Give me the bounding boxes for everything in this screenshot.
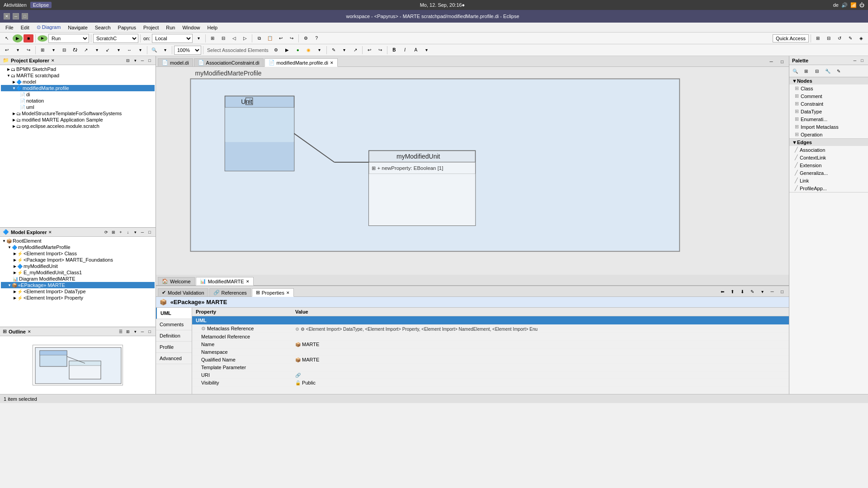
- palette-class[interactable]: ⊞ Class: [789, 84, 868, 92]
- palette-tb-btn2[interactable]: ⊞: [801, 66, 811, 76]
- nav-btn1[interactable]: ✎: [329, 45, 339, 55]
- menu-navigate[interactable]: Navigate: [64, 24, 91, 31]
- me-element-class[interactable]: ▶ ⚡ <Element Import> Class: [1, 250, 155, 257]
- outline-close-icon[interactable]: ✕: [28, 329, 31, 334]
- prev-btn[interactable]: ◁: [229, 33, 239, 43]
- me-import-btn[interactable]: ↓: [125, 229, 131, 235]
- title-bar-controls[interactable]: ✕ ─ □: [4, 13, 28, 19]
- fmt-font[interactable]: A: [411, 45, 421, 55]
- toggle-modelstruct[interactable]: ▶: [12, 112, 16, 116]
- persp2-btn[interactable]: ⊟: [824, 33, 834, 43]
- next-btn[interactable]: ▷: [240, 33, 250, 43]
- palette-generalization[interactable]: ╱ Generaliza...: [789, 169, 868, 177]
- hist-btn1[interactable]: ↩: [364, 45, 374, 55]
- sub-tab-properties[interactable]: ⊞ Properties ✕: [252, 288, 294, 297]
- me-sync-btn[interactable]: ⟳: [103, 229, 109, 235]
- me-diagram[interactable]: 📊 Diagram ModifiedMARTE: [1, 276, 155, 282]
- prop-tab-definition[interactable]: Definition: [156, 330, 192, 342]
- pe-max-btn[interactable]: □: [146, 57, 153, 64]
- ol-min-btn[interactable]: ─: [139, 328, 146, 335]
- close-button[interactable]: ✕: [4, 13, 10, 19]
- assoc-btn2[interactable]: ▶: [282, 45, 292, 55]
- fmt-color1[interactable]: ▾: [422, 45, 432, 55]
- toggle-eclass1[interactable]: ▶: [13, 271, 17, 275]
- me-max-btn[interactable]: □: [146, 229, 153, 235]
- settings-btn[interactable]: ⚙: [301, 33, 311, 43]
- tree-notation[interactable]: 📄 notation: [1, 98, 155, 104]
- toggle-modified-app[interactable]: ▶: [12, 118, 16, 122]
- ol-menu-btn[interactable]: ▾: [132, 328, 138, 335]
- prop-min-btn[interactable]: ─: [767, 286, 777, 296]
- editor-min-btn[interactable]: ─: [766, 56, 776, 66]
- undo-btn[interactable]: ↩: [276, 33, 286, 43]
- pe-collapse-btn[interactable]: ⊟: [125, 57, 131, 64]
- tree-modelstruct[interactable]: ▶ 🗂 ModelStructureTemplateForSoftwareSys…: [1, 110, 155, 117]
- project-explorer-tree[interactable]: ▶ 🗂 BPMN SketchPad ▼ 🗂 MARTE scratchpad …: [0, 65, 156, 227]
- ol-thumb-btn[interactable]: ⊞: [125, 328, 131, 335]
- menu-help[interactable]: Help: [204, 24, 222, 31]
- lang-selector[interactable]: de: [833, 2, 839, 8]
- tab-model-di[interactable]: 📄 model.di: [158, 58, 193, 66]
- palette-tb-btn1[interactable]: 🔍: [790, 66, 800, 76]
- palette-tb-btn3[interactable]: ⊟: [812, 66, 822, 76]
- tb2-btn4[interactable]: ⊞: [38, 45, 47, 55]
- palette-datatype[interactable]: ⊞ DataType: [789, 108, 868, 115]
- assoc-btn1[interactable]: ⚙: [271, 45, 281, 55]
- toggle-elem-datatype[interactable]: ▶: [13, 290, 17, 294]
- menu-window[interactable]: Window: [179, 24, 203, 31]
- model-explorer-tree[interactable]: ▼ 📦 RootElement ▼ 🔷 myModifiedMarteProfi…: [0, 237, 156, 327]
- prop-tab-comments[interactable]: Comments: [156, 319, 192, 330]
- assoc-btn4[interactable]: ◉: [304, 45, 314, 55]
- tb2-zoom1[interactable]: 🔍: [149, 45, 159, 55]
- tb2-btn10[interactable]: ↙: [103, 45, 113, 55]
- tree-marte[interactable]: ▼ 🗂 MARTE scratchpad: [1, 72, 155, 79]
- nav-btn2[interactable]: ▾: [340, 45, 349, 55]
- tab-modifiedmarte[interactable]: 📄 modifiedMarte.profile.di ✕: [264, 58, 338, 67]
- tb2-btn7[interactable]: 🗘: [70, 45, 80, 55]
- hist-btn2[interactable]: ↪: [375, 45, 385, 55]
- palette-constraint[interactable]: ⊞ Constraint: [789, 100, 868, 108]
- tb2-zoom2[interactable]: ▾: [160, 45, 170, 55]
- me-myprofile[interactable]: ▼ 🔷 myModifiedMarteProfile: [1, 244, 155, 250]
- me-min-btn[interactable]: ─: [139, 229, 146, 235]
- me-rootelement[interactable]: ▼ 📦 RootElement: [1, 238, 155, 244]
- maximize-button[interactable]: □: [22, 13, 28, 19]
- persp3-btn[interactable]: ↺: [835, 33, 844, 43]
- toggle-pkg-marte[interactable]: ▶: [13, 258, 17, 262]
- palette-min-btn[interactable]: ─: [852, 57, 858, 64]
- minimize-button[interactable]: ─: [13, 13, 19, 19]
- run-start-btn[interactable]: ▶: [13, 34, 23, 42]
- toggle-model[interactable]: ▶: [12, 80, 16, 84]
- palette-link[interactable]: ╱ Link: [789, 177, 868, 184]
- prop-nav-btn2[interactable]: ⬆: [727, 286, 737, 296]
- prop-nav-btn1[interactable]: ⬅: [717, 286, 727, 296]
- fmt-bold[interactable]: B: [389, 45, 399, 55]
- editor-max-btn[interactable]: □: [777, 56, 787, 66]
- nav-btn3[interactable]: ↗: [350, 45, 360, 55]
- menu-papyrus[interactable]: Papyrus: [114, 24, 140, 31]
- redo-btn[interactable]: ↪: [287, 33, 297, 43]
- palette-extension[interactable]: ╱ Extension: [789, 161, 868, 169]
- project-explorer-close-icon[interactable]: ✕: [51, 58, 55, 63]
- quick-access-button[interactable]: Quick Access: [773, 34, 809, 42]
- assoc-btn5[interactable]: ▾: [315, 45, 325, 55]
- tab-modifiedmarte-bottom[interactable]: 📊 ModifiedMARTE ✕: [196, 277, 254, 286]
- palette-import-metaclass[interactable]: ⊞ Import Metaclass: [789, 123, 868, 131]
- help-tb-btn[interactable]: ?: [311, 33, 321, 43]
- paste-btn[interactable]: 📋: [265, 33, 275, 43]
- prop-tab-uml[interactable]: UML: [156, 308, 192, 319]
- pe-menu-btn[interactable]: ▾: [132, 57, 138, 64]
- me-elem-property[interactable]: ▶ ⚡ <Element Import> Property: [1, 295, 155, 301]
- scratch-config-select[interactable]: ScratchC: [93, 34, 138, 43]
- menu-search[interactable]: Search: [91, 24, 114, 31]
- system-aktivitaeten[interactable]: Aktivitäten: [4, 2, 27, 8]
- toggle-marte[interactable]: ▼: [6, 74, 11, 78]
- tb2-btn5[interactable]: ▾: [48, 45, 58, 55]
- palette-enumeration[interactable]: ⊞ Enumerati...: [789, 115, 868, 123]
- sub-tab-validation[interactable]: ✔ Model Validation: [158, 288, 208, 296]
- prop-tab-advanced[interactable]: Advanced: [156, 353, 192, 364]
- tree-bpmn[interactable]: ▶ 🗂 BPMN SketchPad: [1, 66, 155, 72]
- tab-welcome[interactable]: 🏠 Welcome: [158, 277, 195, 285]
- me-epackage-marte[interactable]: ▼ 📦 «EPackage» MARTE: [1, 282, 155, 288]
- persp5-btn[interactable]: ◈: [856, 33, 866, 43]
